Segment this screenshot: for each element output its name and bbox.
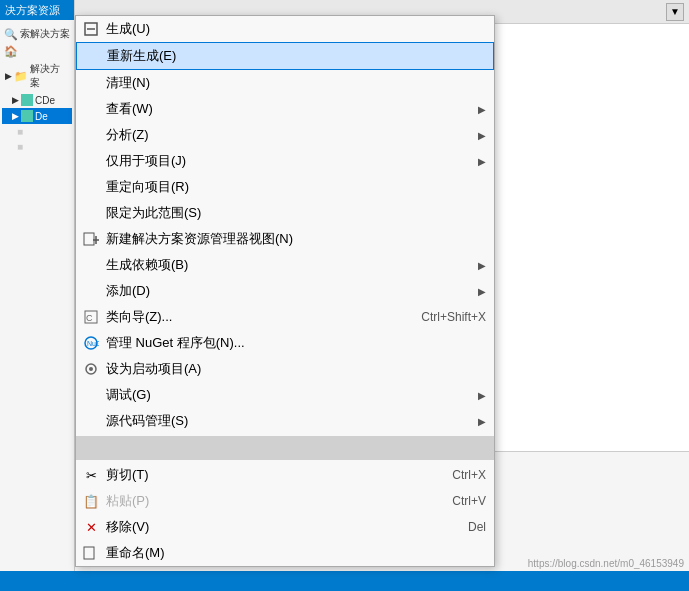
debug-icon <box>82 386 100 404</box>
menu-item-startup[interactable]: 设为启动项目(A) <box>76 356 494 382</box>
menu-remove-shortcut: Del <box>468 520 486 534</box>
menu-item-deps[interactable]: 生成依赖项(B) ▶ <box>76 252 494 278</box>
svg-text:C: C <box>86 313 93 323</box>
home-icon: 🏠 <box>4 45 18 58</box>
menu-nuget-label: 管理 NuGet 程序包(N)... <box>106 334 486 352</box>
sidebar-item-cde[interactable]: ▶ CDe <box>2 92 72 108</box>
editor-dropdown-btn[interactable]: ▼ <box>666 3 684 21</box>
view-arrow-icon: ▶ <box>478 104 486 115</box>
menu-project-only-label: 仅用于项目(J) <box>106 152 478 170</box>
menu-analyze-label: 分析(Z) <box>106 126 478 144</box>
sidebar-row-search: 🔍 索解决方案 <box>2 25 72 43</box>
sidebar-title: 决方案资源 <box>0 0 74 20</box>
menu-item-remove[interactable]: ✕ 移除(V) Del <box>76 514 494 540</box>
menu-item-rename[interactable]: 重命名(M) <box>76 540 494 566</box>
search-icon: 🔍 <box>4 28 18 41</box>
menu-class-wizard-shortcut: Ctrl+Shift+X <box>421 310 486 324</box>
add-arrow-icon: ▶ <box>478 286 486 297</box>
sidebar: 决方案资源 🔍 索解决方案 🏠 ▶ 📁 解决方案 ▶ CDe ▶ De ■ ■ <box>0 0 75 591</box>
analyze-arrow-icon: ▶ <box>478 130 486 141</box>
menu-item-source-control[interactable]: 源代码管理(S) ▶ <box>76 408 494 434</box>
menu-item-cut[interactable]: ✂ 剪切(T) Ctrl+X <box>76 462 494 488</box>
sidebar-item-sub2: ■ <box>2 139 72 154</box>
folder-icon: 📁 <box>14 70 28 83</box>
expand-icon: ▶ <box>5 71 12 81</box>
sub1-icon: ■ <box>17 126 23 137</box>
menu-paste-label: 粘贴(P) <box>106 492 412 510</box>
menu-new-view-label: 新建解决方案资源管理器视图(N) <box>106 230 486 248</box>
menu-paste-shortcut: Ctrl+V <box>452 494 486 508</box>
menu-item-debug[interactable]: 调试(G) ▶ <box>76 382 494 408</box>
sidebar-content: 🔍 索解决方案 🏠 ▶ 📁 解决方案 ▶ CDe ▶ De ■ ■ <box>0 20 74 159</box>
svg-rect-11 <box>84 547 94 559</box>
menu-item-nuget[interactable]: NuGet 管理 NuGet 程序包(N)... <box>76 330 494 356</box>
class-wizard-icon: C <box>82 308 100 326</box>
sidebar-solution-label: 解决方案 <box>30 62 69 90</box>
rebuild-icon <box>83 47 101 65</box>
svg-point-10 <box>89 367 93 371</box>
menu-item-paste[interactable]: 📋 粘贴(P) Ctrl+V <box>76 488 494 514</box>
menu-item-build[interactable]: 生成(U) <box>76 16 494 42</box>
project-only-arrow-icon: ▶ <box>478 156 486 167</box>
sidebar-item-sub1: ■ <box>2 124 72 139</box>
debug-arrow-icon: ▶ <box>478 390 486 401</box>
cde-label: CDe <box>35 95 55 106</box>
sidebar-item-demo[interactable]: ▶ De <box>2 108 72 124</box>
remove-icon: ✕ <box>82 518 100 536</box>
menu-debug-label: 调试(G) <box>106 386 478 404</box>
menu-scope-label: 限定为此范围(S) <box>106 204 486 222</box>
menu-item-retarget[interactable]: 重定向项目(R) <box>76 174 494 200</box>
menu-cut-shortcut: Ctrl+X <box>452 468 486 482</box>
menu-remove-label: 移除(V) <box>106 518 428 536</box>
menu-build-label: 生成(U) <box>106 20 486 38</box>
sidebar-search-label: 索解决方案 <box>20 27 70 41</box>
source-control-icon <box>82 412 100 430</box>
demo-icon <box>21 110 33 122</box>
menu-item-project-only[interactable]: 仅用于项目(J) ▶ <box>76 148 494 174</box>
menu-item-rebuild[interactable]: 重新生成(E) <box>76 42 494 70</box>
menu-rebuild-label: 重新生成(E) <box>107 47 485 65</box>
nuget-icon: NuGet <box>82 334 100 352</box>
context-menu[interactable]: 生成(U) 重新生成(E) 清理(N) 查看(W) ▶ 分析(Z) ▶ 仅用于项… <box>75 15 495 567</box>
menu-item-class-wizard[interactable]: C 类向导(Z)... Ctrl+Shift+X <box>76 304 494 330</box>
source-control-arrow-icon: ▶ <box>478 416 486 427</box>
menu-separator-1 <box>76 436 494 460</box>
retarget-icon <box>82 178 100 196</box>
cde-icon <box>21 94 33 106</box>
new-view-icon <box>82 230 100 248</box>
menu-item-analyze[interactable]: 分析(Z) ▶ <box>76 122 494 148</box>
menu-item-clean[interactable]: 清理(N) <box>76 70 494 96</box>
sub2-icon: ■ <box>17 141 23 152</box>
menu-item-new-view[interactable]: 新建解决方案资源管理器视图(N) <box>76 226 494 252</box>
sidebar-item-solution[interactable]: ▶ 📁 解决方案 <box>2 60 72 92</box>
menu-item-add[interactable]: 添加(D) ▶ <box>76 278 494 304</box>
sidebar-row-home: 🏠 <box>2 43 72 60</box>
cut-icon: ✂ <box>82 466 100 484</box>
menu-deps-label: 生成依赖项(B) <box>106 256 478 274</box>
expand-cde-icon: ▶ <box>12 95 19 105</box>
view-icon <box>82 100 100 118</box>
menu-rename-label: 重命名(M) <box>106 544 486 562</box>
paste-icon: 📋 <box>82 492 100 510</box>
project-only-icon <box>82 152 100 170</box>
menu-clean-label: 清理(N) <box>106 74 486 92</box>
menu-item-scope[interactable]: 限定为此范围(S) <box>76 200 494 226</box>
menu-class-wizard-label: 类向导(Z)... <box>106 308 381 326</box>
menu-view-label: 查看(W) <box>106 100 478 118</box>
status-bar <box>0 571 689 591</box>
watermark: https://blog.csdn.net/m0_46153949 <box>528 558 684 569</box>
menu-cut-label: 剪切(T) <box>106 466 412 484</box>
demo-label: De <box>35 111 48 122</box>
scope-icon <box>82 204 100 222</box>
deps-icon <box>82 256 100 274</box>
menu-add-label: 添加(D) <box>106 282 478 300</box>
svg-rect-2 <box>84 233 94 245</box>
build-icon <box>82 20 100 38</box>
startup-icon <box>82 360 100 378</box>
menu-item-view[interactable]: 查看(W) ▶ <box>76 96 494 122</box>
rename-icon <box>82 544 100 562</box>
menu-retarget-label: 重定向项目(R) <box>106 178 486 196</box>
clean-icon <box>82 74 100 92</box>
analyze-icon <box>82 126 100 144</box>
add-icon <box>82 282 100 300</box>
